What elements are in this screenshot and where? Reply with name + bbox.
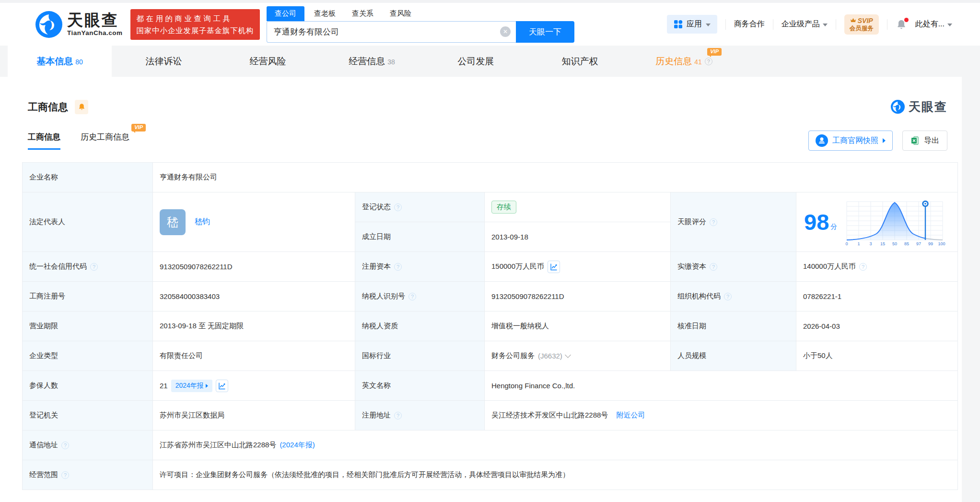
help-icon[interactable] xyxy=(724,293,732,300)
value-text: 吴江经济技术开发区中山北路2288号 xyxy=(491,411,608,420)
search-tab-relation[interactable]: 查关系 xyxy=(345,6,380,21)
nav-apps-label: 应用 xyxy=(687,19,702,29)
help-icon[interactable] xyxy=(710,218,717,226)
search-tab-company[interactable]: 查公司 xyxy=(267,6,304,21)
tab-history-info[interactable]: VIP 历史信息 41 xyxy=(632,46,736,77)
section-title: 工商信息 xyxy=(28,100,68,114)
tab-company-development[interactable]: 公司发展 xyxy=(424,46,528,77)
search-input[interactable] xyxy=(267,21,516,43)
svg-text:100: 100 xyxy=(938,241,945,246)
field-label-industry: 国标行业 xyxy=(355,341,485,371)
field-value-insured-count: 21 2024年报 xyxy=(153,371,355,401)
value-text: 财务公司服务 xyxy=(491,351,535,360)
help-icon[interactable] xyxy=(705,58,712,65)
nav-enterprise-label: 企业级产品 xyxy=(782,19,820,29)
site-logo[interactable]: 天眼查 TianYanCha.com xyxy=(35,11,123,38)
promo-banner: 都在用的商业查询工具 国家中小企业发展子基金旗下机构 xyxy=(130,9,260,40)
field-value-credit-code: 91320509078262211D xyxy=(153,252,355,282)
field-value-org-code: 07826221-1 xyxy=(796,282,958,311)
help-icon[interactable] xyxy=(408,293,416,300)
notification-dot xyxy=(904,18,909,22)
help-icon[interactable] xyxy=(394,203,402,211)
field-value-reg-authority: 苏州市吴江区数据局 xyxy=(153,401,355,430)
section-title-row: 工商信息 天眼查 xyxy=(0,77,962,115)
chevron-down-icon xyxy=(823,24,828,26)
subtab-row: 工商信息 历史工商信息 VIP 工商官网快照 xyxy=(28,129,947,152)
nearby-companies-link[interactable]: 附近公司 xyxy=(616,411,645,420)
nav-business-cooperation[interactable]: 商务合作 xyxy=(734,19,765,29)
nav-more-label: 此处有... xyxy=(915,19,945,29)
search-tab-boss[interactable]: 查老板 xyxy=(307,6,342,21)
field-value-business-scope: 许可项目：企业集团财务公司服务（依法须经批准的项目，经相关部门批准后方可开展经营… xyxy=(153,460,958,490)
action-buttons: 工商官网快照 导出 xyxy=(808,131,947,151)
tianyancha-logo-icon xyxy=(891,100,905,114)
label-text: 注册地址 xyxy=(362,411,391,420)
nav-apps[interactable]: 应用 xyxy=(667,15,717,34)
divider xyxy=(725,19,726,30)
field-value-approval-date: 2026-04-03 xyxy=(796,311,958,341)
promo-line2: 国家中小企业发展子基金旗下机构 xyxy=(137,24,254,36)
legal-rep-name-link[interactable]: 嵇钧 xyxy=(195,217,210,227)
svg-text:1: 1 xyxy=(858,241,860,246)
search-tab-risk[interactable]: 查风险 xyxy=(383,6,418,21)
svg-text:97: 97 xyxy=(916,241,921,246)
badge-text: 2024年报 xyxy=(175,382,204,390)
help-icon[interactable] xyxy=(61,442,69,449)
notification-bell[interactable] xyxy=(896,19,907,30)
divider xyxy=(836,19,836,30)
field-label-reg-capital: 注册资本 xyxy=(355,252,485,282)
clear-search-icon[interactable] xyxy=(500,26,511,37)
field-value-business-term: 2013-09-18 至 无固定期限 xyxy=(153,311,355,341)
chevron-down-icon[interactable] xyxy=(565,352,571,358)
field-label-company-name: 企业名称 xyxy=(23,163,153,192)
help-icon[interactable] xyxy=(859,263,867,271)
tab-operating-info[interactable]: 经营信息 38 xyxy=(320,46,424,77)
svg-text:15: 15 xyxy=(880,241,885,246)
subscribe-bell-button[interactable] xyxy=(75,100,88,114)
field-label-approval-date: 核准日期 xyxy=(671,311,796,341)
nav-enterprise-products[interactable]: 企业级产品 xyxy=(782,19,828,29)
field-label-business-scope: 经营范围 xyxy=(23,460,153,490)
help-icon[interactable] xyxy=(394,412,402,419)
search-button[interactable]: 天眼一下 xyxy=(516,21,574,43)
header: 天眼查 TianYanCha.com 都在用的商业查询工具 国家中小企业发展子基… xyxy=(0,3,980,46)
legal-rep-avatar[interactable]: 嵇 xyxy=(160,209,186,235)
subtab-business-info[interactable]: 工商信息 xyxy=(28,131,60,150)
tab-legal-proceedings[interactable]: 法律诉讼 xyxy=(112,46,216,77)
insured-trend-chart-button[interactable] xyxy=(216,380,228,392)
annual-report-badge[interactable]: 2024年报 xyxy=(171,380,212,392)
label-text: 通信地址 xyxy=(29,441,58,450)
nav-more[interactable]: 此处有... xyxy=(915,19,952,29)
svg-text:85: 85 xyxy=(904,241,909,246)
help-icon[interactable] xyxy=(61,471,69,479)
brand-watermark: 天眼查 xyxy=(891,99,947,115)
svg-text:99: 99 xyxy=(928,241,933,246)
tab-label: 公司发展 xyxy=(458,55,494,68)
export-button[interactable]: 导出 xyxy=(902,131,947,151)
arrow-right-icon xyxy=(883,138,886,143)
value-text: 140000万人民币 xyxy=(803,262,856,271)
help-icon[interactable] xyxy=(394,263,402,271)
svip-member-service[interactable]: SVIP 会员服务 xyxy=(844,14,879,35)
brand-text: 天眼查 xyxy=(909,99,947,115)
tab-basic-info[interactable]: 基本信息 80 xyxy=(8,46,112,77)
svip-sublabel: 会员服务 xyxy=(850,24,874,32)
tab-intellectual-property[interactable]: 知识产权 xyxy=(528,46,632,77)
capital-trend-chart-button[interactable] xyxy=(548,261,560,273)
tab-label: 经营信息 xyxy=(349,55,385,68)
field-label-reg-number: 工商注册号 xyxy=(23,282,153,311)
divider xyxy=(887,19,887,30)
help-icon[interactable] xyxy=(90,263,98,271)
field-label-taxpayer-quality: 纳税人资质 xyxy=(355,311,485,341)
field-value-reg-capital: 150000万人民币 xyxy=(485,252,671,282)
annual-report-link[interactable]: (2024年报) xyxy=(280,441,315,450)
tab-operating-risk[interactable]: 经营风险 xyxy=(216,46,320,77)
help-icon[interactable] xyxy=(710,263,717,271)
field-label-english-name: 英文名称 xyxy=(355,371,485,401)
official-snapshot-button[interactable]: 工商官网快照 xyxy=(808,131,893,151)
subtab-history-business-info[interactable]: 历史工商信息 VIP xyxy=(81,131,129,150)
score-distribution-chart: 0 1 3 15 50 85 97 99 100 xyxy=(843,198,946,247)
field-value-taxpayer-id: 91320509078262211D xyxy=(485,282,671,311)
label-text: 组织机构代码 xyxy=(677,292,721,301)
score-unit: 分 xyxy=(830,223,837,231)
